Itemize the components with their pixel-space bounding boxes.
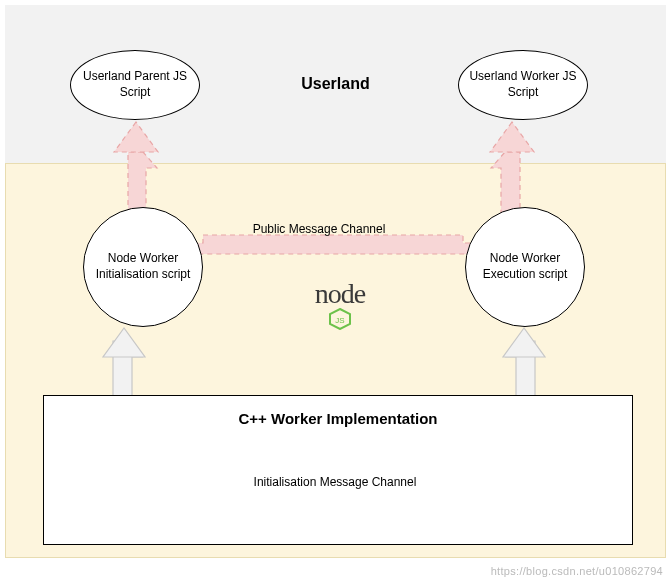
cpp-worker-box: C++ Worker Implementation <box>43 395 633 545</box>
watermark-text: https://blog.csdn.net/u010862794 <box>491 565 663 577</box>
circle-label: Node Worker Execution script <box>470 251 580 282</box>
userland-title: Userland <box>0 75 671 93</box>
public-channel-label: Public Message Channel <box>229 222 409 236</box>
node-logo-text: node <box>315 278 365 309</box>
cpp-worker-title: C++ Worker Implementation <box>44 410 632 427</box>
init-channel-label: Initialisation Message Channel <box>235 475 435 489</box>
nodejs-hex-icon: JS <box>328 308 352 330</box>
node-worker-init-node: Node Worker Initialisation script <box>83 207 203 327</box>
svg-text:JS: JS <box>335 316 344 325</box>
node-worker-exec-node: Node Worker Execution script <box>465 207 585 327</box>
circle-label: Node Worker Initialisation script <box>88 251 198 282</box>
nodejs-logo: node JS <box>295 278 385 330</box>
